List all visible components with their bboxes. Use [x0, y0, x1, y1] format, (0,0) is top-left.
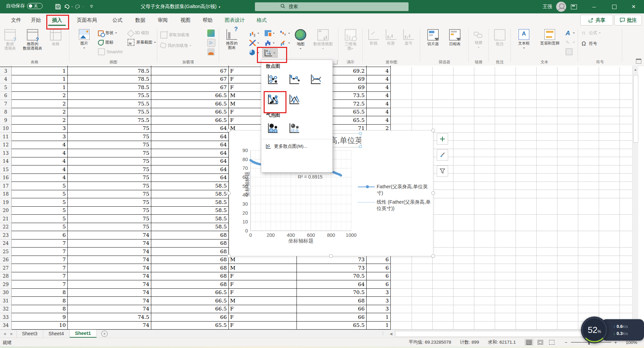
- cell[interactable]: 1: [12, 75, 68, 84]
- equation-button[interactable]: π公式: [582, 29, 601, 37]
- cell[interactable]: 8: [12, 297, 68, 305]
- cell[interactable]: 6: [367, 280, 391, 289]
- screenshot-button[interactable]: 屏幕截图: [127, 38, 156, 47]
- restore-button[interactable]: [606, 0, 622, 13]
- row-header[interactable]: 24: [0, 239, 12, 248]
- cell[interactable]: 75.5: [68, 100, 151, 108]
- addin-app-icon-2[interactable]: ▷: [207, 39, 215, 47]
- chart-handle-icon[interactable]: [329, 254, 333, 258]
- cell[interactable]: 3: [367, 297, 391, 305]
- dropdown-item-scatter-straight[interactable]: [287, 91, 302, 107]
- cell[interactable]: 1: [367, 322, 391, 330]
- slicer-button[interactable]: 切片器: [423, 28, 443, 58]
- chart-handle-icon[interactable]: [431, 191, 435, 195]
- cell[interactable]: M: [229, 264, 297, 272]
- cell[interactable]: 66: [297, 313, 367, 322]
- cell[interactable]: 66.5: [151, 116, 229, 125]
- icons-button[interactable]: 图标: [98, 38, 113, 47]
- insert-column-chart-button[interactable]: [247, 29, 262, 38]
- row-header[interactable]: 19: [0, 198, 12, 207]
- cell[interactable]: 5: [12, 223, 68, 231]
- cell[interactable]: 5: [12, 190, 68, 199]
- pivottable-button[interactable]: 数据透视表: [1, 28, 19, 58]
- cell[interactable]: 4: [367, 108, 391, 117]
- avatar[interactable]: [556, 2, 566, 12]
- row-header[interactable]: 26: [0, 256, 12, 264]
- cell[interactable]: 74: [68, 280, 151, 289]
- cell[interactable]: 7: [12, 280, 68, 289]
- cell[interactable]: 3: [367, 289, 391, 297]
- row-header[interactable]: 5: [0, 83, 12, 92]
- scrollbar-splitter-icon[interactable]: ⋮: [381, 331, 385, 336]
- cell[interactable]: 75: [68, 190, 151, 199]
- cell[interactable]: 64: [297, 280, 367, 289]
- row-header[interactable]: 14: [0, 157, 12, 166]
- cell[interactable]: 74: [68, 305, 151, 314]
- recommended-charts-button[interactable]: 推荐的图表: [222, 28, 241, 58]
- cell[interactable]: 75: [68, 223, 151, 231]
- dropdown-item-scatter-smooth-marker[interactable]: [287, 71, 302, 87]
- autosave-toggle-pill[interactable]: 关: [27, 3, 43, 9]
- legend-item-series[interactable]: Father(父亲身高,单位英寸): [357, 184, 431, 196]
- cell[interactable]: 67: [151, 83, 229, 92]
- cell[interactable]: 74: [68, 239, 151, 248]
- get-addins-button[interactable]: 获取加载项: [160, 31, 189, 39]
- minimize-button[interactable]: ─: [586, 0, 602, 13]
- cell[interactable]: 58.5: [151, 198, 229, 207]
- cell[interactable]: 78.5: [68, 67, 151, 75]
- cell[interactable]: 65.5: [151, 322, 229, 330]
- cell[interactable]: 75: [68, 125, 151, 133]
- row-header[interactable]: 4: [0, 75, 12, 84]
- cell[interactable]: 7: [12, 239, 68, 248]
- cell[interactable]: 75: [68, 182, 151, 190]
- insert-scatter-chart-button[interactable]: [262, 48, 278, 58]
- share-button[interactable]: 共享: [580, 15, 613, 25]
- cell[interactable]: 74: [68, 256, 151, 264]
- dropdown-item-scatter[interactable]: [265, 71, 281, 87]
- cell[interactable]: 4: [12, 157, 68, 166]
- cell[interactable]: 7: [12, 248, 68, 256]
- insert-statistic-chart-button[interactable]: [262, 39, 277, 47]
- insert-hierarchy-chart-button[interactable]: [262, 29, 277, 38]
- cell[interactable]: 74: [68, 297, 151, 305]
- chart-handle-icon[interactable]: [227, 129, 231, 132]
- cell[interactable]: 64: [151, 174, 229, 182]
- timeline-button[interactable]: 日程表: [445, 28, 465, 58]
- cell[interactable]: 64: [151, 157, 229, 166]
- customize-qat-caret-icon[interactable]: [87, 2, 96, 11]
- row-header[interactable]: 32: [0, 305, 12, 314]
- pivotchart-button[interactable]: 数据透视图: [311, 28, 335, 58]
- save-button[interactable]: [54, 2, 62, 11]
- cell[interactable]: 75: [68, 133, 151, 141]
- cell[interactable]: 75: [68, 174, 151, 182]
- autosave-toggle[interactable]: 自动保存 关: [6, 3, 43, 9]
- row-header[interactable]: 12: [0, 141, 12, 149]
- cell[interactable]: 75.5: [68, 108, 151, 117]
- cell[interactable]: 3: [367, 305, 391, 314]
- usage-gauge-circle[interactable]: 52%: [581, 317, 608, 343]
- dropdown-item-scatter-smooth[interactable]: [308, 71, 324, 87]
- chart-elements-button[interactable]: [437, 133, 448, 145]
- cell[interactable]: 64: [151, 133, 229, 141]
- cell[interactable]: 1: [12, 67, 68, 75]
- legend-item-trendline[interactable]: 线性 (Father(父亲身高,单位英寸)): [357, 199, 431, 212]
- page-layout-view-button[interactable]: [536, 339, 545, 346]
- cell[interactable]: 4: [367, 75, 391, 84]
- cell[interactable]: 58.5: [151, 207, 229, 215]
- cell[interactable]: 74: [68, 272, 151, 281]
- cell[interactable]: 4: [12, 165, 68, 174]
- cell[interactable]: 4: [12, 141, 68, 149]
- title-handle-icon[interactable]: [359, 145, 362, 148]
- cell[interactable]: 58.5: [151, 223, 229, 231]
- zoom-out-icon[interactable]: −: [565, 340, 568, 345]
- cell[interactable]: 67: [151, 75, 229, 84]
- cell[interactable]: 4: [12, 149, 68, 157]
- signature-line-button[interactable]: ✎: [566, 38, 575, 47]
- tab-插入[interactable]: 插入: [46, 13, 68, 27]
- chart-handle-icon[interactable]: [227, 191, 231, 195]
- cell[interactable]: 4: [367, 67, 391, 75]
- sparkline-winloss-button[interactable]: 盈亏: [401, 28, 416, 58]
- cell[interactable]: M: [229, 256, 297, 264]
- cell[interactable]: 66: [151, 313, 229, 322]
- cell[interactable]: 4: [367, 100, 391, 108]
